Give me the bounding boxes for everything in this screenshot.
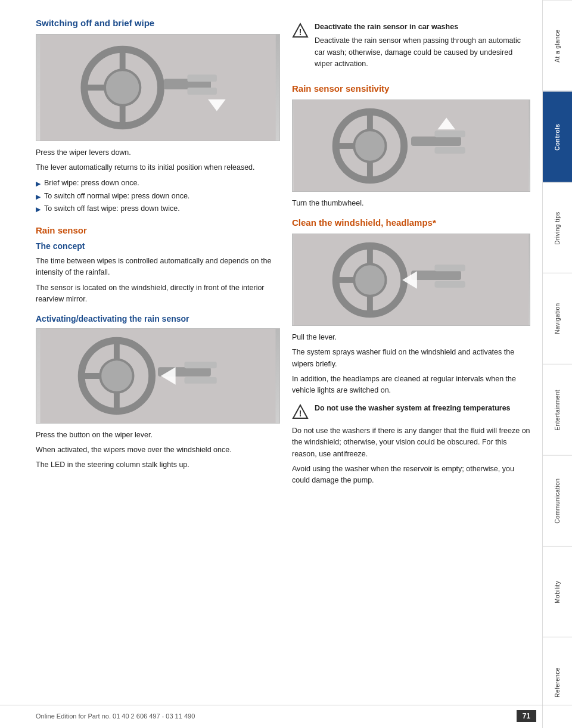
section6-body2: The system sprays washer fluid on the wi…	[292, 347, 530, 370]
warning2-title: Do not use the washer system at freezing…	[315, 403, 511, 414]
bullet-text-3: To switch off fast wipe: press down twic…	[44, 203, 180, 214]
warning-icon-2: !	[292, 404, 309, 421]
warning1-title: Deactivate the rain sensor in car washes	[315, 21, 530, 33]
section1-body1: Press the wiper levers down.	[36, 147, 280, 158]
warning-1-content: Deactivate the rain sensor in car washes…	[315, 21, 530, 74]
section4-body3: The LED in the steering column stalk lig…	[36, 459, 280, 471]
section6-title: Clean the windshield, headlamps*	[292, 217, 530, 228]
sidebar-item-navigation[interactable]: Navigation	[543, 273, 572, 364]
sidebar-item-driving-tips[interactable]: Driving tips	[543, 182, 572, 273]
warning1-body: Deactivate the rain sensor when passing …	[315, 35, 530, 70]
footer-text: Online Edition for Part no. 01 40 2 606 …	[36, 713, 195, 720]
section6-body3: In addition, the headlamps are cleaned a…	[292, 374, 530, 397]
svg-text:!: !	[299, 409, 302, 418]
image-rain-sensor-activate	[36, 328, 280, 424]
bullet-3: ▶ To switch off fast wipe: press down tw…	[36, 203, 280, 214]
image-placeholder-4	[293, 234, 530, 325]
image-wiper-lever	[36, 34, 280, 141]
bullet-arrow-1: ▶	[36, 179, 41, 189]
svg-point-2	[105, 70, 140, 105]
section6-body1: Pull the lever.	[292, 332, 530, 343]
section5-body: Turn the thumbwheel.	[292, 198, 530, 209]
bullet-arrow-3: ▶	[36, 204, 41, 214]
warning-box-1: ! Deactivate the rain sensor in car wash…	[292, 21, 530, 74]
svg-rect-22	[294, 100, 529, 191]
sidebar-item-controls[interactable]: Controls	[543, 91, 572, 182]
svg-rect-7	[187, 74, 216, 82]
page-footer: Online Edition for Part no. 01 40 2 606 …	[0, 705, 572, 722]
section3-body1: The time between wipes is controlled aut…	[36, 256, 280, 279]
svg-rect-40	[434, 281, 465, 288]
section1-body2: The lever automatically returns to its i…	[36, 162, 280, 173]
section4-body2: When activated, the wipers move over the…	[36, 444, 280, 456]
section2-title: Rain sensor	[36, 225, 280, 235]
svg-text:!: !	[299, 27, 302, 37]
svg-rect-18	[184, 377, 216, 383]
section3-body2: The sensor is located on the windshield,…	[36, 282, 280, 306]
sidebar-item-mobility[interactable]: Mobility	[543, 546, 572, 637]
bullet-2: ▶ To switch off normal wipe: press down …	[36, 191, 280, 202]
svg-rect-29	[434, 130, 465, 137]
bullet-arrow-2: ▶	[36, 192, 41, 202]
svg-rect-10	[41, 329, 276, 423]
sidebar-item-entertainment[interactable]: Entertainment	[543, 364, 572, 455]
left-column: Switching off and brief wipe	[36, 18, 280, 704]
warning-box-2: ! Do not use the washer system at freezi…	[292, 403, 530, 421]
section4-body1: Press the button on the wiper lever.	[36, 430, 280, 441]
warning-2-content: Do not use the washer system at freezing…	[315, 403, 511, 421]
sidebar-item-at-a-glance[interactable]: At a glance	[543, 0, 572, 91]
warning2-body2: Avoid using the washer when the reservoi…	[292, 463, 530, 487]
svg-rect-30	[434, 147, 465, 153]
warning2-body1: Do not use the washers if there is any d…	[292, 425, 530, 460]
svg-rect-28	[411, 136, 461, 146]
svg-rect-17	[184, 362, 216, 368]
section1-title: Switching off and brief wipe	[36, 18, 280, 28]
sidebar: At a glance Controls Driving tips Naviga…	[542, 0, 572, 728]
page-number: 71	[517, 710, 536, 722]
svg-rect-8	[187, 88, 216, 95]
svg-point-24	[354, 130, 386, 161]
section5-title: Rain sensor sensitivity	[292, 83, 530, 94]
main-content: Switching off and brief wipe	[0, 0, 542, 728]
section4-title: Activating/deactivating the rain sensor	[36, 314, 280, 323]
svg-rect-39	[434, 265, 465, 271]
image-placeholder-2	[36, 329, 279, 423]
svg-point-12	[100, 359, 133, 392]
section3-title: The concept	[36, 241, 280, 251]
image-placeholder-3	[293, 100, 530, 191]
right-column: ! Deactivate the rain sensor in car wash…	[292, 18, 530, 704]
image-clean-windshield	[292, 234, 530, 326]
page-container: Switching off and brief wipe	[0, 0, 572, 728]
bullet-text-2: To switch off normal wipe: press down on…	[44, 191, 189, 202]
warning-icon-1: !	[292, 23, 309, 39]
bullet-1: ▶ Brief wipe: press down once.	[36, 178, 280, 189]
image-placeholder-1	[36, 35, 279, 141]
svg-point-34	[354, 264, 386, 295]
sidebar-item-communication[interactable]: Communication	[543, 455, 572, 546]
image-rain-sensor-sensitivity	[292, 99, 530, 192]
svg-rect-38	[411, 270, 461, 280]
bullet-text-1: Brief wipe: press down once.	[44, 178, 139, 189]
